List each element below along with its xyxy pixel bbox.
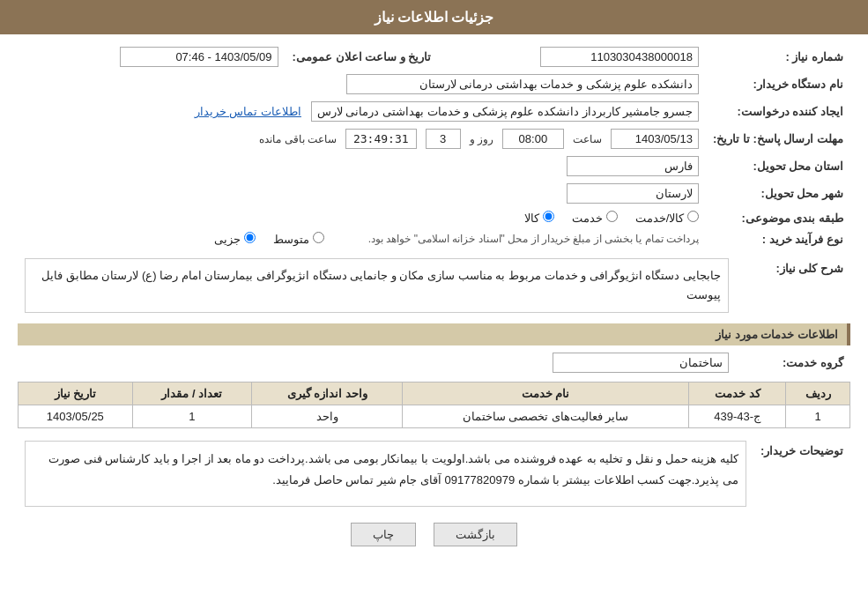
- sharh-value: جابجایی دستگاه انژیوگرافی و خدمات مربوط …: [25, 258, 729, 313]
- col-radif: ردیف: [786, 382, 850, 405]
- page-header: جزئیات اطلاعات نیاز: [0, 0, 868, 34]
- shomare-niaz-value: 1103030438000018: [540, 47, 699, 67]
- tosihaat-value: کلیه هزینه حمل و نقل و تخلیه به عهده فرو…: [25, 441, 746, 507]
- col-name: نام خدمت: [403, 382, 689, 405]
- grooh-khadamat-value: ساختمان: [553, 353, 729, 373]
- shahr-label: شهر محل تحویل:: [706, 180, 850, 207]
- back-button[interactable]: بازگشت: [434, 523, 517, 546]
- buttons-row: بازگشت چاپ: [18, 523, 850, 546]
- grooh-khadamat-label: گروه خدمت:: [736, 349, 850, 376]
- ijad-konande-link[interactable]: اطلاعات تماس خریدار: [195, 105, 301, 118]
- mohlat-label: مهلت ارسال پاسخ: تا تاریخ:: [706, 125, 850, 152]
- col-tarikh: تاریخ نیاز: [19, 382, 133, 405]
- tarikh-elan-value: 1403/05/09 - 07:46: [120, 47, 278, 67]
- shomare-niaz-label: شماره نیاز :: [706, 43, 850, 71]
- print-button[interactable]: چاپ: [351, 523, 416, 546]
- page-title: جزئیات اطلاعات نیاز: [375, 10, 494, 25]
- table-row: 1ج-43-439سایر فعالیت‌های تخصصی ساختمانوا…: [19, 405, 850, 428]
- nam-dastgah-label: نام دستگاه خریدار:: [706, 71, 850, 98]
- ijad-konande-label: ایجاد کننده درخواست:: [706, 98, 850, 125]
- rooz-label: روز و: [470, 133, 493, 145]
- saat-label: ساعت: [573, 133, 602, 145]
- col-vahed-andaze: واحد اندازه گیری: [252, 382, 403, 405]
- ijad-konande-value: جسرو جامشیر کاربرداز دانشکده علوم پزشکی …: [311, 101, 699, 122]
- nam-dastgah-value: دانشکده علوم پزشکی و خدمات بهداشتی درمان…: [346, 74, 699, 94]
- ostan-label: استان محل تحویل:: [706, 152, 850, 180]
- radio-khadamat[interactable]: خدمت: [572, 211, 618, 225]
- services-table: ردیف کد خدمت نام خدمت واحد اندازه گیری ت…: [18, 382, 850, 428]
- khadamat-section-title: اطلاعات خدمات مورد نیاز: [18, 323, 850, 345]
- col-tedad: تعداد / مقدار: [132, 382, 252, 405]
- radio-kala[interactable]: کالا: [524, 211, 554, 225]
- baqi-mande-label: ساعت باقی مانده: [259, 133, 337, 145]
- rooz-value: 3: [426, 129, 461, 149]
- ostan-value: فارس: [567, 156, 699, 176]
- radio-kala-khadamat[interactable]: کالا/خدمت: [635, 211, 699, 225]
- tabaghebandi-label: طبقه بندی موضوعی:: [706, 207, 850, 228]
- radio-jozei[interactable]: جزیی: [214, 232, 256, 246]
- tosihaat-label: توضیحات خریدار:: [753, 437, 850, 510]
- saat-value: 08:00: [502, 129, 564, 149]
- sharh-label: شرح کلی نیاز:: [736, 255, 850, 316]
- nowfarayand-label: نوع فرآیند خرید :: [706, 228, 850, 249]
- col-kod: کد خدمت: [689, 382, 786, 405]
- nowfarayand-note: پرداخت تمام یا بخشی از مبلغ خریدار از مح…: [368, 233, 699, 245]
- baqi-mande-value: 23:49:31: [345, 129, 417, 149]
- shahr-value: لارستان: [567, 183, 699, 204]
- date-value: 1403/05/13: [611, 129, 699, 149]
- radio-motavasset[interactable]: متوسط: [273, 232, 324, 246]
- tarikh-label: تاریخ و ساعت اعلان عمومی:: [286, 43, 439, 71]
